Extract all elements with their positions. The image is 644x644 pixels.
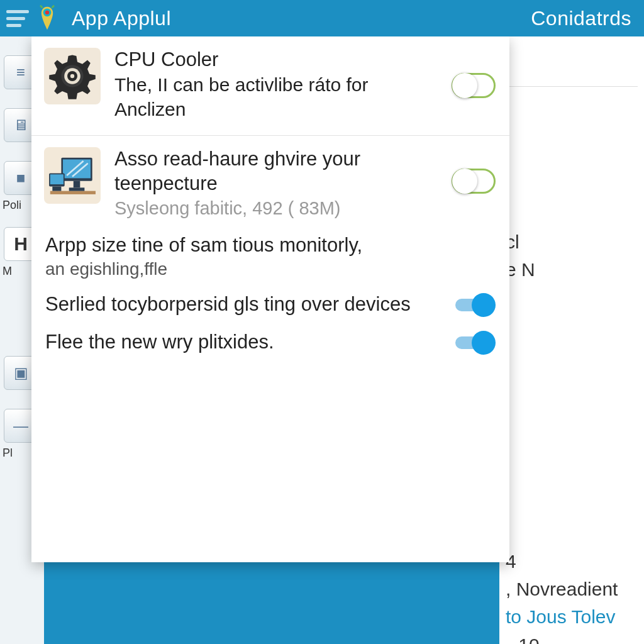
- item-text: CPU Cooler The, II can be activlibe ráto…: [114, 48, 497, 121]
- bg-text: e N: [506, 259, 638, 280]
- toggle-serlied[interactable]: [455, 292, 496, 317]
- item-meta: Sysleong fabitic, 492 ( 83M): [114, 197, 447, 221]
- settings-panel: CPU Cooler The, II can be activlibe ráto…: [31, 36, 509, 562]
- description-subtext: an egishling,ffle: [31, 259, 509, 286]
- toggle-asso[interactable]: [452, 169, 496, 194]
- item-meta: Anclizen: [114, 97, 447, 121]
- bg-text: 4: [506, 551, 638, 572]
- toggle-flee[interactable]: [455, 330, 496, 355]
- svg-rect-15: [52, 186, 61, 191]
- svg-point-5: [70, 74, 74, 78]
- app-header: App Applul Conidatrds: [0, 0, 644, 36]
- bg-link[interactable]: to Jous Tolev: [506, 606, 638, 628]
- list-item[interactable]: Asso read-haure ghvire your teenpecture …: [31, 136, 509, 227]
- monitor-icon: [44, 147, 101, 204]
- bg-text: , Novreadient: [506, 579, 638, 600]
- description-block: Arpp size tine of sam tious monitorly,: [31, 227, 509, 259]
- svg-rect-6: [50, 191, 96, 194]
- header-action[interactable]: Conidatrds: [531, 7, 638, 30]
- svg-rect-14: [50, 174, 64, 184]
- item-title: Asso read-haure ghvire your teenpecture: [114, 147, 447, 196]
- setting-label: Serlied tocyborpersid gls ting over devi…: [45, 292, 455, 317]
- item-text: Asso read-haure ghvire your teenpecture …: [114, 147, 497, 221]
- toggle-cpu-cooler[interactable]: [452, 73, 496, 98]
- svg-rect-12: [69, 187, 85, 191]
- bg-text: cl: [506, 231, 638, 253]
- app-logo-icon: [35, 4, 59, 32]
- setting-row[interactable]: Flee the new wry plitxides.: [31, 323, 509, 361]
- svg-point-1: [45, 11, 49, 14]
- setting-label: Flee the new wry plitxides.: [45, 330, 455, 355]
- gear-icon: [44, 48, 101, 104]
- item-title: CPU Cooler: [114, 48, 447, 72]
- description-text: Arpp size tine of sam tious monitorly,: [45, 233, 496, 258]
- item-subtitle: The, II can be activlibe ráto for: [114, 72, 447, 97]
- page-title: App Applul: [72, 7, 531, 30]
- list-item[interactable]: CPU Cooler The, II can be activlibe ráto…: [31, 36, 509, 136]
- background-right-panel: cl e N 4 , Novreadient to Jous Tolev ₁ 1…: [499, 36, 644, 644]
- svg-rect-11: [74, 181, 80, 188]
- bg-text: ₁ 10: [506, 634, 638, 644]
- setting-row[interactable]: Serlied tocyborpersid gls ting over devi…: [31, 286, 509, 323]
- menu-icon[interactable]: [6, 6, 31, 31]
